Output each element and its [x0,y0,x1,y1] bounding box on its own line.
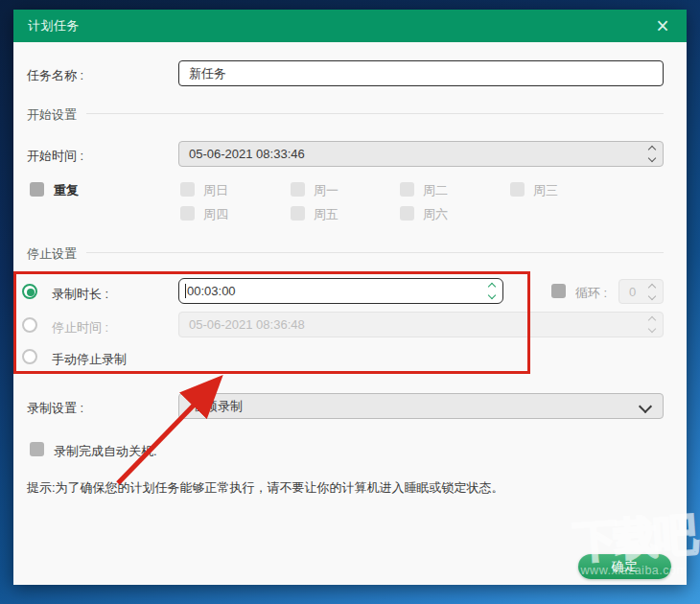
start-section-header: 开始设置 [27,106,77,124]
day-thu-label: 周四 [203,206,228,223]
task-name-label: 任务名称 : [27,67,83,84]
auto-shutdown-label: 录制完成自动关机. [54,443,157,460]
stop-time-value: 05-06-2021 08:36:48 [189,317,305,332]
stop-time-radio[interactable] [22,317,37,333]
day-fri-label: 周五 [314,206,338,223]
spinner-down-icon[interactable] [648,325,656,333]
spinner-down-icon[interactable] [488,291,496,299]
scheduled-task-dialog: 计划任务 × 任务名称 : 新任务 开始设置 开始时间 : 05-06-2021… [13,10,687,585]
stop-time-spinner[interactable] [649,313,655,337]
dialog-titlebar: 计划任务 [13,10,687,42]
day-tue-checkbox[interactable] [400,182,414,197]
day-wed-checkbox[interactable] [510,182,525,197]
day-fri-checkbox[interactable] [291,206,305,221]
stop-section-divider [86,252,664,253]
spinner-down-icon[interactable] [648,291,656,299]
spinner-up-icon[interactable] [488,283,496,290]
start-section-divider [86,113,664,114]
day-sat-label: 周六 [423,206,448,223]
duration-value: 00:03:00 [187,284,236,298]
task-name-value: 新任务 [189,65,226,82]
loop-label: 循环 : [575,285,607,302]
stop-time-label: 停止时间 : [52,319,108,337]
chevron-down-icon [639,400,652,413]
spinner-down-icon[interactable] [648,154,656,162]
record-settings-value: 视频录制 [193,398,243,415]
day-sat-checkbox[interactable] [400,206,414,221]
close-icon[interactable]: × [649,12,676,39]
start-time-input[interactable]: 05-06-2021 08:33:46 [178,141,664,167]
text-cursor [185,284,186,298]
day-wed-label: 周三 [533,182,558,199]
loop-spinner-arrows[interactable] [649,280,655,303]
record-settings-dropdown[interactable]: 视频录制 [178,393,664,419]
duration-radio[interactable] [22,284,37,299]
start-time-value: 05-06-2021 08:33:46 [189,147,305,161]
repeat-label: 重复 [54,182,79,199]
start-time-spinner[interactable] [649,142,655,166]
tip-text: 提示:为了确保您的计划任务能够正常执行，请不要让你的计算机进入睡眠或锁定状态。 [27,479,504,497]
loop-checkbox[interactable] [551,284,566,298]
stop-time-input[interactable]: 05-06-2021 08:36:48 [178,312,664,337]
duration-spinner[interactable] [489,279,495,303]
record-settings-label: 录制设置 : [27,400,83,417]
repeat-checkbox[interactable] [30,182,44,197]
stop-section-header: 停止设置 [27,245,77,263]
task-name-input[interactable]: 新任务 [178,60,664,86]
spinner-up-icon[interactable] [648,283,656,290]
ok-button[interactable]: 确定 [578,554,671,579]
duration-input[interactable]: 00:03:00 [178,278,503,304]
loop-count-spinner[interactable]: 0 [618,279,664,304]
duration-label: 录制时长 : [52,286,108,303]
day-mon-label: 周一 [314,182,338,199]
manual-stop-label: 手动停止录制 [52,351,127,368]
spinner-up-icon[interactable] [648,146,656,153]
day-tue-label: 周二 [423,182,448,199]
start-time-label: 开始时间 : [27,148,83,165]
day-sun-checkbox[interactable] [180,182,195,197]
auto-shutdown-checkbox[interactable] [30,442,44,456]
day-thu-checkbox[interactable] [180,206,195,221]
loop-count-value: 0 [629,285,636,299]
dialog-title: 计划任务 [13,17,80,35]
day-sun-label: 周日 [203,182,228,199]
spinner-up-icon[interactable] [648,316,656,324]
day-mon-checkbox[interactable] [291,182,305,197]
manual-stop-radio[interactable] [22,349,37,364]
